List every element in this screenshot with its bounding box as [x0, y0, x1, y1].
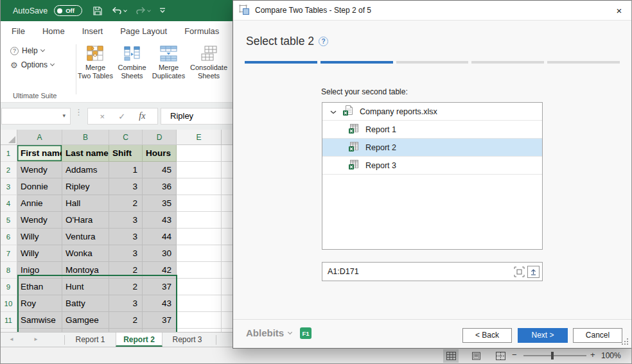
cell[interactable] — [177, 279, 222, 295]
sheet-nav-left-icon[interactable]: ◄ — [9, 333, 14, 347]
next-button[interactable]: Next > — [518, 328, 568, 343]
cell[interactable] — [177, 295, 222, 312]
page-layout-view-icon[interactable] — [468, 349, 484, 363]
cancel-entry-icon[interactable]: × — [100, 112, 105, 121]
cell[interactable] — [222, 229, 233, 245]
cell[interactable] — [177, 229, 222, 245]
help-icon[interactable]: ? — [319, 37, 328, 46]
redo-icon[interactable] — [136, 6, 150, 15]
cell[interactable] — [222, 162, 233, 178]
cell[interactable]: Shift — [109, 145, 143, 162]
cell[interactable]: 42 — [143, 262, 177, 279]
collapse-dialog-icon[interactable] — [527, 266, 540, 278]
cell[interactable]: 2 — [109, 312, 143, 329]
help-button[interactable]: ? Help — [10, 46, 44, 55]
cell[interactable]: 37 — [143, 312, 177, 329]
cell[interactable] — [222, 279, 233, 295]
cell[interactable]: 43 — [143, 212, 177, 229]
combine-sheets-button[interactable]: Combine Sheets — [114, 43, 150, 80]
insert-function-icon[interactable]: fx — [139, 111, 145, 121]
cell[interactable]: Batty — [62, 295, 109, 312]
ribbon-tab-file[interactable]: File — [12, 26, 25, 36]
cell[interactable]: Ventura — [62, 229, 109, 245]
cell[interactable]: 36 — [143, 178, 177, 195]
cell[interactable]: 2 — [109, 195, 143, 212]
cell[interactable]: Wendy — [17, 212, 62, 229]
autosave-toggle[interactable]: Off — [54, 5, 82, 16]
row-header[interactable]: 2 — [0, 162, 17, 178]
cell[interactable]: Addams — [62, 162, 109, 178]
zoom-in-button[interactable]: + — [590, 350, 595, 360]
cell[interactable]: Last name — [62, 145, 109, 162]
cell[interactable]: Ethan — [17, 279, 62, 295]
chevron-down-icon[interactable] — [330, 107, 337, 116]
cell[interactable]: Montoya — [62, 262, 109, 279]
resize-grip[interactable] — [627, 338, 628, 340]
cell[interactable] — [222, 262, 233, 279]
name-box-dropdown-icon[interactable]: ▾ — [62, 112, 66, 119]
column-header-d[interactable]: D — [143, 130, 177, 145]
cell[interactable]: Annie — [17, 195, 62, 212]
save-icon[interactable] — [92, 6, 103, 16]
undo-icon[interactable] — [112, 6, 127, 15]
ribbon-tab-home[interactable]: Home — [42, 26, 65, 36]
tree-item-sheet[interactable]: Report 3 — [322, 157, 542, 175]
ribbon-tab-page-layout[interactable]: Page Layout — [120, 26, 167, 36]
cell[interactable]: 44 — [143, 229, 177, 245]
name-box[interactable]: ▾ — [1, 108, 71, 125]
cell[interactable]: Hunt — [62, 279, 109, 295]
normal-view-icon[interactable] — [443, 349, 459, 363]
range-input[interactable]: A1:D171 — [328, 267, 513, 276]
column-header-partial[interactable] — [222, 130, 233, 145]
cell[interactable]: 3 — [109, 212, 143, 229]
cell[interactable] — [222, 145, 233, 162]
cell[interactable]: Samwise — [17, 312, 62, 329]
zoom-level[interactable]: 100% — [601, 351, 621, 360]
cell[interactable]: 43 — [143, 295, 177, 312]
close-icon[interactable]: × — [611, 3, 628, 19]
cell[interactable]: Wonka — [62, 245, 109, 262]
cell[interactable] — [177, 195, 222, 212]
cell[interactable]: Willy — [17, 229, 62, 245]
row-header[interactable]: 4 — [0, 195, 17, 212]
cell[interactable] — [177, 162, 222, 178]
f1-help-badge[interactable]: F1 — [300, 327, 312, 339]
cell[interactable]: Hall — [62, 195, 109, 212]
cell[interactable]: Wendy — [17, 162, 62, 178]
cell[interactable]: 1 — [109, 162, 143, 178]
page-break-view-icon[interactable] — [493, 349, 508, 363]
cell[interactable]: 2 — [109, 262, 143, 279]
sheet-tab-report1[interactable]: Report 1 — [65, 333, 116, 347]
select-all-corner[interactable] — [0, 130, 17, 145]
merge-two-tables-button[interactable]: Merge Two Tables — [77, 43, 114, 80]
cell[interactable]: O'Hara — [62, 212, 109, 229]
cell[interactable]: 45 — [143, 162, 177, 178]
cell[interactable]: 3 — [109, 229, 143, 245]
cell[interactable]: 3 — [109, 245, 143, 262]
cell[interactable]: 30 — [143, 245, 177, 262]
cell[interactable] — [222, 295, 233, 312]
zoom-slider[interactable] — [523, 355, 586, 356]
select-range-icon[interactable] — [513, 265, 525, 278]
cell[interactable]: 3 — [109, 295, 143, 312]
row-header[interactable]: 5 — [0, 212, 17, 229]
ribbon-tab-formulas[interactable]: Formulas — [184, 26, 219, 36]
row-header[interactable]: 8 — [0, 262, 17, 279]
zoom-slider-handle[interactable] — [551, 352, 554, 360]
sheet-tab-report3[interactable]: Report 3 — [162, 333, 212, 347]
cell[interactable] — [222, 312, 233, 329]
row-header[interactable]: 3 — [0, 178, 17, 195]
customize-quick-access-icon[interactable] — [159, 8, 166, 13]
row-header[interactable]: 6 — [0, 229, 17, 245]
cell[interactable] — [177, 245, 222, 262]
cell[interactable]: 35 — [143, 195, 177, 212]
consolidate-sheets-button[interactable]: Consolidate Sheets — [187, 43, 231, 80]
cell[interactable] — [222, 212, 233, 229]
cell[interactable] — [222, 195, 233, 212]
ablebits-menu[interactable]: Ablebits — [246, 327, 292, 338]
sheet-tab-report2[interactable]: Report 2 — [116, 333, 162, 347]
cell[interactable] — [177, 212, 222, 229]
cell[interactable]: 37 — [143, 279, 177, 295]
tree-item-sheet-selected[interactable]: Report 2 — [322, 139, 542, 157]
cell[interactable]: 2 — [109, 279, 143, 295]
